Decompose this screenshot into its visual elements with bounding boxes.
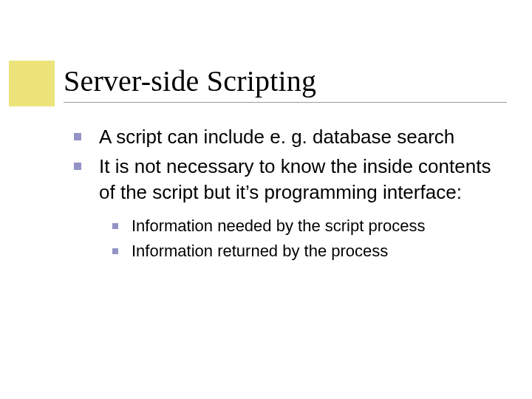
square-bullet-icon [74,133,81,140]
list-item-text: It is not necessary to know the inside c… [99,154,495,205]
accent-square [9,61,55,106]
list-item: It is not necessary to know the inside c… [74,154,495,205]
list-item-text: A script can include e. g. database sear… [99,124,454,149]
square-bullet-icon [112,248,118,254]
list-item-text: Information needed by the script process [132,215,425,237]
square-bullet-icon [74,163,81,170]
square-bullet-icon [112,223,118,229]
list-item: A script can include e. g. database sear… [74,124,495,149]
slide-title: Server-side Scripting [64,64,316,98]
title-underline [64,102,507,103]
list-item-text: Information returned by the process [132,240,388,262]
slide: Server-side Scripting A script can inclu… [0,0,532,399]
list-item: Information needed by the script process [112,215,495,237]
list-item: Information returned by the process [112,240,495,262]
sub-list: Information needed by the script process… [112,215,495,262]
slide-body: A script can include e. g. database sear… [74,124,495,265]
